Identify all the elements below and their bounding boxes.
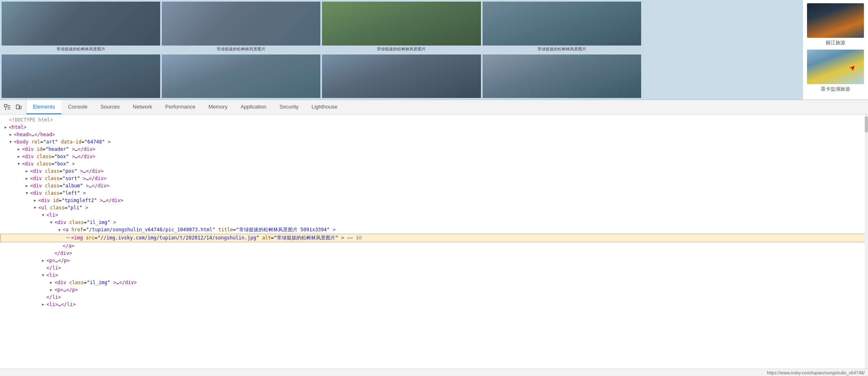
code-line-div-box1: <div class="box" >…</div>: [0, 153, 868, 160]
svg-rect-6: [20, 106, 21, 109]
arrow-div-album[interactable]: [24, 183, 29, 188]
arrow-div-il-img2[interactable]: [49, 280, 54, 285]
div-sort-text: <div class="sort" >…</div>: [30, 176, 107, 181]
svg-rect-0: [4, 104, 7, 107]
code-line-div-il-img2: <div class="il_img" >…</div>: [0, 279, 868, 286]
arrow-head[interactable]: [8, 132, 13, 137]
tab-performance[interactable]: Performance: [159, 100, 202, 114]
tab-console[interactable]: Console: [61, 100, 94, 114]
arrow-div-il-img[interactable]: [49, 220, 54, 225]
sidebar-img-chaka: ➤: [807, 50, 864, 84]
code-line-div-tpimgleft2: <div id="tpimgleft2" >…</div>: [0, 197, 868, 204]
arrow-div-left[interactable]: [24, 191, 29, 196]
img-thumb-3: [322, 2, 481, 46]
a-href-text: <a href="/tupian/songshulin_v64748/pic_1…: [63, 226, 335, 233]
close-li1-text: </li>: [46, 265, 61, 271]
tab-memory[interactable]: Memory: [202, 100, 234, 114]
devtools-tabs: Elements Console Sources Network Perform…: [26, 100, 868, 114]
code-line-li3: <li>…</li>: [0, 301, 868, 308]
img-card-3: 常绿挺拔的松树林风景图片: [322, 2, 481, 53]
img-card-1: 常绿挺拔的松树林风景图片: [2, 2, 160, 53]
arrow-li2[interactable]: [41, 273, 46, 278]
device-toolbar-button[interactable]: [14, 102, 24, 112]
img-card-6: [2, 54, 160, 98]
tab-lighthouse[interactable]: Lighthouse: [305, 100, 344, 114]
sidebar-label-lijiang: 丽江旅游: [826, 39, 845, 46]
li1-text: <li>: [46, 212, 58, 218]
img-card-9: [483, 54, 641, 98]
scrollbar-track[interactable]: [865, 115, 868, 369]
arrow-div-sort[interactable]: [24, 176, 29, 181]
arrow-html[interactable]: [3, 125, 8, 130]
arrow-a-href[interactable]: [57, 228, 62, 233]
sidebar-item-lijiang[interactable]: 丽江旅游: [806, 3, 865, 46]
tab-security[interactable]: Security: [273, 100, 305, 114]
arrow-li1[interactable]: [41, 213, 46, 217]
sidebar-item-chaka[interactable]: ➤ 茶卡盐湖旅游: [806, 50, 865, 93]
arrow-li3[interactable]: [41, 302, 46, 307]
arrow-div-tpimgleft2[interactable]: [33, 198, 37, 203]
arrow-ul-pli[interactable]: [33, 205, 37, 210]
close-li2-text: </li>: [46, 294, 61, 300]
img-thumb-7: [162, 54, 320, 98]
doctype-text: <!DOCTYPE html>: [9, 117, 53, 123]
img-card-7: [162, 54, 320, 98]
div-album-text: <div class="album" >…</div>: [30, 183, 109, 189]
code-line-html: <html>: [0, 124, 868, 131]
div-il-img2-text: <div class="il_img" >…</div>: [54, 280, 137, 285]
img-card-8: [322, 54, 481, 98]
svg-rect-5: [16, 105, 19, 109]
code-line-p1: <p>…</p>: [0, 257, 868, 264]
p2-text: <p>…</p>: [54, 287, 78, 293]
arrow-p2[interactable]: [49, 287, 54, 292]
img-card-4: 常绿挺拔的松树林风景图片: [483, 2, 641, 53]
close-div-il-text: </div>: [54, 250, 72, 256]
arrow-div-header[interactable]: [16, 147, 21, 152]
code-line-div-sort: <div class="sort" >…</div>: [0, 175, 868, 182]
code-line-div-box2: <div class="box" >: [0, 160, 868, 167]
li3-text: <li>…</li>: [46, 302, 76, 307]
head-tag-text: <head>…</head>: [14, 132, 55, 137]
div-pos-text: <div class="pos" >…</div>: [30, 168, 104, 174]
html-tag: <html>: [9, 124, 26, 130]
code-line-a-href: <a href="/tupian/songshulin_v64748/pic_1…: [0, 226, 868, 234]
body-tag-text: <body rel="art" data-id="64748" >: [14, 139, 111, 145]
ul-pli-text: <ul class="pli" >: [38, 205, 88, 211]
tab-application[interactable]: Application: [234, 100, 273, 114]
arrow-p1[interactable]: [41, 258, 46, 263]
img-caption-4: 常绿挺拔的松树林风景图片: [483, 46, 641, 53]
close-a-text: </a>: [63, 243, 74, 249]
img-thumb-2: [162, 2, 320, 46]
code-line-close-li2: </li>: [0, 293, 868, 301]
tab-network[interactable]: Network: [126, 100, 159, 114]
code-line-body: <body rel="art" data-id="64748" >: [0, 138, 868, 146]
div-box1-text: <div class="box" >…</div>: [22, 154, 96, 159]
code-line-p2: <p>…</p>: [0, 286, 868, 293]
img-thumb-1: [2, 2, 160, 46]
code-line-li1: <li>: [0, 211, 868, 219]
tab-elements[interactable]: Elements: [26, 100, 61, 114]
arrow-body[interactable]: [8, 139, 13, 144]
devtools-panel: Elements Console Sources Network Perform…: [0, 100, 868, 376]
img-tag-text: <img src="//img.ivsky.com/img/tupian/t/2…: [71, 235, 362, 241]
inspect-element-button[interactable]: [2, 102, 12, 112]
code-line-div-album: <div class="album" >…</div>: [0, 182, 868, 189]
code-line-div-pos: <div class="pos" >…</div>: [0, 167, 868, 175]
img-thumb-8: [322, 54, 481, 98]
code-line-div-left: <div class="left" >: [0, 189, 868, 197]
code-line-img-selected[interactable]: <img src="//img.ivsky.com/img/tupian/t/2…: [0, 234, 868, 242]
arrow-div-pos[interactable]: [24, 169, 29, 174]
p1-text: <p>…</p>: [46, 258, 70, 263]
sidebar-label-chaka: 茶卡盐湖旅游: [821, 86, 850, 93]
arrow-div-box2[interactable]: [16, 161, 21, 166]
li2-text: <li>: [46, 272, 58, 278]
arrow-div-box1[interactable]: [16, 154, 21, 159]
devtools-toolbar: Elements Console Sources Network Perform…: [0, 100, 868, 115]
scrollbar-thumb[interactable]: [865, 116, 868, 133]
div-header-text: <div id="header" >…</div>: [22, 146, 96, 152]
code-line-head: <head>…</head>: [0, 131, 868, 138]
devtools-icon-group: [0, 100, 26, 114]
status-url: https://www.ivsky.com/tupian/songshulin_…: [767, 370, 865, 375]
tab-sources[interactable]: Sources: [94, 100, 126, 114]
devtools-code-panel[interactable]: <!DOCTYPE html> <html> <head>…</head> <b…: [0, 115, 868, 369]
